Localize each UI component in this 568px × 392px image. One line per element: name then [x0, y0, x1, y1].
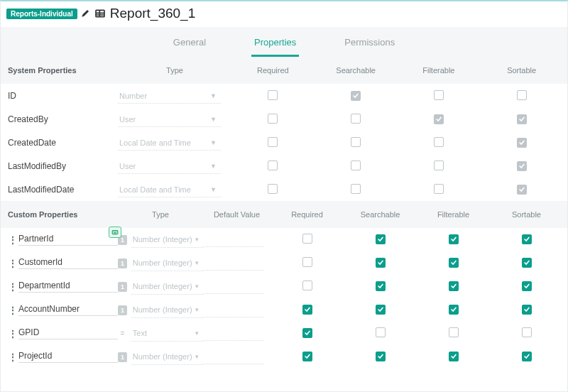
type-value: Number	[119, 92, 147, 100]
default-value-input[interactable]	[203, 256, 263, 271]
searchable-checkbox[interactable]	[351, 160, 361, 170]
custom-properties-grid: Custom Properties Type Default Value Req…	[1, 201, 567, 369]
sortable-checkbox[interactable]	[522, 258, 532, 268]
type-select[interactable]: Text ▾	[131, 326, 203, 342]
tab-permissions[interactable]: Permissions	[342, 34, 398, 57]
type-value: Text	[133, 329, 147, 337]
sortable-checkbox[interactable]	[517, 185, 527, 195]
property-name[interactable]: GPID	[18, 327, 118, 339]
type-select[interactable]: Number (Integer) ▾	[131, 279, 203, 295]
drag-handle-icon[interactable]: ⋮	[8, 352, 16, 363]
type-select[interactable]: Number (Integer) ▾	[131, 349, 203, 365]
custom-property-row: ⋮ AccountNumber 1 Number (Integer) ▾	[1, 298, 567, 322]
searchable-checkbox[interactable]	[376, 305, 386, 315]
edit-icon[interactable]	[82, 9, 90, 19]
suggestion-chip-icon[interactable]	[109, 227, 121, 238]
filterable-checkbox[interactable]	[449, 281, 459, 291]
filterable-checkbox[interactable]	[434, 114, 444, 124]
sortable-checkbox[interactable]	[517, 161, 527, 171]
tab-general[interactable]: General	[170, 34, 209, 57]
searchable-checkbox[interactable]	[351, 91, 361, 101]
table-icon	[94, 8, 106, 19]
property-name: CreatedBy	[1, 114, 118, 124]
type-value: Number (Integer)	[133, 305, 192, 314]
drag-handle-icon[interactable]: ⋮	[8, 234, 16, 246]
default-value-input[interactable]	[203, 280, 263, 294]
property-name[interactable]: PartnerId	[18, 234, 118, 246]
sortable-checkbox[interactable]	[522, 234, 532, 244]
required-checkbox[interactable]	[268, 114, 278, 124]
type-select[interactable]: Number (Integer) ▾	[131, 303, 203, 318]
svg-rect-1	[112, 231, 118, 234]
searchable-checkbox[interactable]	[351, 114, 361, 124]
required-checkbox[interactable]	[268, 160, 278, 170]
type-select[interactable]: Number (Integer) ▾	[131, 256, 203, 271]
filterable-checkbox[interactable]	[449, 258, 459, 268]
required-checkbox[interactable]	[302, 281, 312, 290]
required-checkbox[interactable]	[268, 137, 278, 147]
type-select[interactable]: Number ▼	[118, 88, 221, 104]
filterable-checkbox[interactable]	[449, 352, 459, 361]
required-checkbox[interactable]	[302, 257, 312, 267]
property-name[interactable]: CustomerId	[18, 257, 118, 269]
filterable-checkbox[interactable]	[449, 234, 459, 244]
default-value-input[interactable]	[203, 327, 263, 341]
filterable-checkbox[interactable]	[434, 184, 444, 194]
required-checkbox[interactable]	[302, 305, 312, 315]
searchable-checkbox[interactable]	[376, 234, 386, 244]
type-select[interactable]: Local Date and Time ▼	[118, 135, 221, 151]
sortable-checkbox[interactable]	[522, 305, 532, 315]
searchable-checkbox[interactable]	[376, 281, 386, 291]
type-badge[interactable]: Reports-Individual	[6, 9, 77, 19]
searchable-checkbox[interactable]	[351, 137, 361, 147]
filterable-checkbox[interactable]	[434, 137, 444, 147]
type-select[interactable]: Number (Integer) ▾	[131, 232, 203, 248]
required-checkbox[interactable]	[302, 352, 312, 361]
filterable-checkbox[interactable]	[434, 160, 444, 170]
sortable-checkbox[interactable]	[517, 138, 527, 148]
section-header: System Properties	[1, 66, 118, 75]
required-checkbox[interactable]	[268, 184, 278, 194]
type-select[interactable]: Local Date and Time ▼	[118, 182, 221, 197]
default-value-input[interactable]	[203, 303, 263, 317]
searchable-checkbox[interactable]	[376, 327, 386, 337]
chevron-down-icon: ▾	[195, 259, 199, 266]
property-name[interactable]: ProjectId	[18, 351, 118, 363]
drag-handle-icon[interactable]: ⋮	[8, 281, 16, 293]
sortable-checkbox[interactable]	[522, 352, 532, 361]
number-type-icon: 1	[118, 282, 127, 292]
type-value: Number (Integer)	[133, 352, 192, 361]
searchable-checkbox[interactable]	[376, 258, 386, 268]
property-name[interactable]: DepartmentId	[18, 281, 118, 293]
tab-properties[interactable]: Properties	[251, 34, 299, 57]
property-name[interactable]: AccountNumber	[18, 304, 118, 316]
filterable-checkbox[interactable]	[449, 305, 459, 315]
searchable-checkbox[interactable]	[351, 184, 361, 194]
default-value-input[interactable]	[203, 233, 263, 247]
drag-handle-icon[interactable]: ⋮	[8, 305, 16, 316]
system-property-row: ID Number ▼	[1, 84, 567, 107]
default-value-input[interactable]	[203, 350, 263, 364]
required-checkbox[interactable]	[302, 328, 312, 338]
sortable-checkbox[interactable]	[517, 90, 527, 100]
filterable-checkbox[interactable]	[449, 327, 459, 337]
drag-handle-icon[interactable]: ⋮	[8, 328, 16, 339]
custom-property-row: ⋮ DepartmentId 1 Number (Integer) ▾	[1, 275, 567, 298]
sortable-checkbox[interactable]	[522, 327, 532, 337]
sortable-checkbox[interactable]	[522, 281, 532, 291]
required-checkbox[interactable]	[302, 234, 312, 244]
type-value: User	[119, 162, 136, 170]
section-header: Custom Properties	[1, 210, 118, 219]
type-value: Number (Integer)	[133, 258, 192, 267]
tab-bar: General Properties Permissions	[1, 27, 567, 57]
type-select[interactable]: User ▼	[118, 158, 221, 174]
type-value: Number (Integer)	[133, 235, 192, 244]
chevron-down-icon: ▼	[210, 186, 217, 193]
required-checkbox[interactable]	[268, 90, 278, 100]
drag-handle-icon[interactable]: ⋮	[8, 258, 16, 269]
type-value: Local Date and Time	[119, 138, 191, 147]
filterable-checkbox[interactable]	[434, 90, 444, 100]
searchable-checkbox[interactable]	[376, 352, 386, 361]
sortable-checkbox[interactable]	[517, 114, 527, 124]
type-select[interactable]: User ▼	[118, 111, 221, 127]
